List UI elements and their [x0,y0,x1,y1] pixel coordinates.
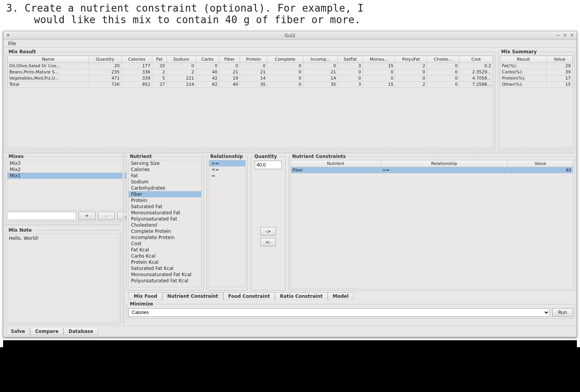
constraint-row[interactable]: Fiber>=40 [291,167,573,173]
nutrient-item[interactable]: Polyunsaturated Fat [129,216,201,222]
table-cell: 0 [427,75,459,81]
table-row[interactable]: Carbs(%):39 [500,69,573,75]
subtab-model[interactable]: Model [328,292,354,300]
mix-name-input[interactable] [7,212,76,220]
table-cell: 40 [219,81,240,88]
constraint-cell: Fiber [291,167,381,173]
subtab-food-constraint[interactable]: Food Constraint [223,292,275,300]
minimize-select[interactable]: Calories [128,308,550,317]
nutrient-item[interactable]: Fiber [129,191,201,197]
mix-result-header[interactable]: Choles... [427,56,459,63]
constraints-table[interactable]: NutrientRelationshipValue Fiber>=40 [291,160,573,173]
mix-result-header[interactable]: Cost [459,56,493,63]
constraints-header[interactable]: Value [508,160,573,167]
mix-result-header[interactable]: SatFat [338,56,363,63]
relationship-item[interactable]: = [209,173,245,179]
relationship-list[interactable]: >=<== [209,160,246,287]
table-row[interactable]: Other(%):15 [500,81,573,88]
nutrient-item[interactable]: Fat [129,173,201,179]
nutrient-item[interactable]: Incomplete Protein [129,234,201,241]
nutrient-item[interactable]: Fat Kcal [129,247,201,253]
nutrient-item[interactable]: Protein [129,197,201,204]
mix-summary-header[interactable]: Value [547,56,573,63]
table-cell: 14 [240,75,267,81]
table-cell: 39 [547,69,573,75]
mix-item[interactable]: Mix2 [7,166,134,173]
titlebar[interactable]: Gui2 − + × [3,31,577,40]
mix-result-header[interactable]: Carbs [196,56,219,63]
table-cell: 15 [547,81,573,88]
subtab-mix-food[interactable]: Mix Food [129,292,162,300]
titlebar-menu-icon[interactable] [6,33,10,37]
nutrient-list[interactable]: Serving SizeCaloriesFatSodiumCarbohydrat… [128,160,202,287]
bottom-tab-compare[interactable]: Compare [30,328,63,335]
nutrient-item[interactable]: Carbohydrates [129,185,201,191]
remove-constraint-button[interactable]: <- [260,238,276,246]
table-row[interactable]: Total72685227224824035035315207.2588... [8,81,493,88]
nutrient-item[interactable]: Complete Protein [129,228,201,234]
mix-result-header[interactable]: Protein [240,56,267,63]
nutrient-item[interactable]: Protein Kcal [129,259,201,265]
table-cell: 0 [427,63,459,69]
nutrient-item[interactable]: Calories [129,166,201,173]
window-close-button[interactable]: × [569,32,575,38]
mix-result-header[interactable]: Calories [121,56,152,63]
nutrient-item[interactable]: Sodium [129,179,201,185]
menu-file[interactable]: File [6,40,18,47]
subtab-ratio-constraint[interactable]: Ratio Constraint [275,292,328,300]
table-cell: 0 [196,63,219,69]
mix-result-header[interactable]: Sodium [167,56,196,63]
nutrient-item[interactable]: Monounsaturated Fat [129,210,201,216]
mix-result-header[interactable]: Complete [267,56,303,63]
window-minimize-button[interactable]: − [555,32,561,38]
relationship-item[interactable]: <= [209,166,245,173]
table-cell: Vegetables,Mxd,Frz,U... [8,75,89,81]
table-row[interactable]: Vegetables,Mxd,Frz,U...47133952214219140… [8,75,493,81]
mix-summary-header[interactable]: Result [500,56,547,63]
mixes-panel: Mixes Mix3Mix2Mix1 + - U [5,154,136,222]
subtab-nutrient-constraint[interactable]: Nutrient Constraint [162,292,223,300]
mix-result-header[interactable]: Fiber [219,56,240,63]
table-cell: Other(%): [500,81,547,88]
nutrient-item[interactable]: Monounsaturated Fat Kcal [129,272,201,278]
mix-result-table[interactable]: NameQuantityCaloriesFatSodiumCarbsFiberP… [7,56,493,88]
vertical-splitter[interactable] [122,154,125,324]
table-cell: 14 [303,75,338,81]
nutrient-item[interactable]: Saturated Fat Kcal [129,265,201,272]
mix-result-header[interactable]: Monou... [363,56,395,63]
table-cell: 5 [152,75,167,81]
table-row[interactable]: Beans,Pinto,Mature S...23533622402121021… [8,69,493,75]
left-splitter[interactable] [5,224,121,226]
relationship-item[interactable]: >= [209,160,245,166]
bottom-tab-database[interactable]: Database [63,328,98,335]
delete-mix-button[interactable]: - [98,212,115,220]
window-maximize-button[interactable]: + [562,32,568,38]
nutrient-item[interactable]: Cholesterol [129,222,201,228]
mix-item[interactable]: Mix3 [7,160,134,166]
nutrient-item[interactable]: Carbs Kcal [129,253,201,259]
table-row[interactable]: Protein(%):17 [500,75,573,81]
nutrient-item[interactable]: Polyunsaturated Fat Kcal [129,278,201,284]
constraints-header[interactable]: Nutrient [291,160,381,167]
mix-item[interactable]: Mix1 [7,173,134,179]
add-mix-button[interactable]: + [78,212,95,220]
quantity-input[interactable] [255,161,282,169]
nutrient-item[interactable]: Saturated Fat [129,204,201,210]
table-row[interactable]: Oil,Olive,Salad Or Coo...201772000000031… [8,63,493,69]
mix-result-header[interactable]: Incomp... [303,56,338,63]
nutrient-item[interactable]: Cost [129,241,201,247]
table-cell: 0.2 [459,63,493,69]
mix-result-header[interactable]: Fat [152,56,167,63]
bottom-tab-solve[interactable]: Solve [6,328,30,335]
nutrient-item[interactable]: Serving Size [129,160,201,166]
run-button[interactable]: Run [552,308,573,317]
mix-result-header[interactable]: Name [8,56,89,63]
mix-note-textarea[interactable]: Hello, World! [7,234,119,322]
add-constraint-button[interactable]: -> [260,227,276,236]
mix-result-header[interactable]: Quantity [89,56,121,63]
constraints-header[interactable]: Relationship [381,160,508,167]
mixes-list[interactable]: Mix3Mix2Mix1 [7,160,134,210]
mix-result-header[interactable]: PolyuFat [395,56,427,63]
mix-summary-table[interactable]: ResultValue Fat(%):29Carbs(%):39Protein(… [500,56,573,88]
table-row[interactable]: Fat(%):29 [500,63,573,69]
